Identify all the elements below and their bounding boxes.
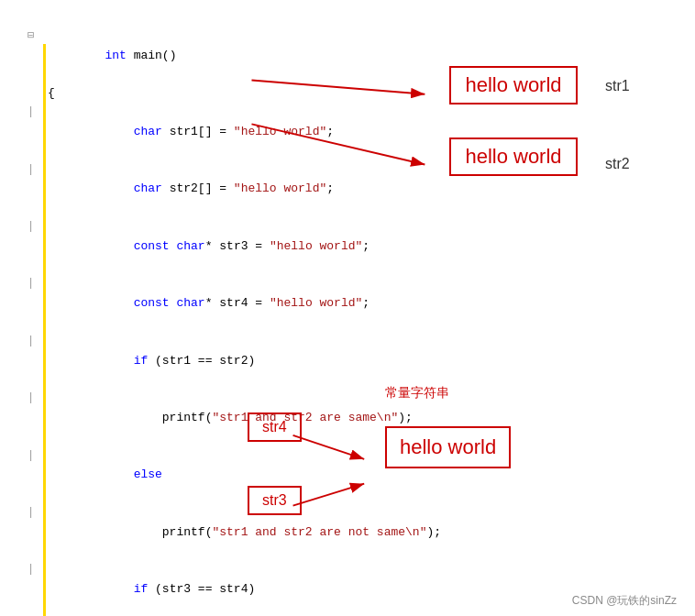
code-line-2: | char str2[] = "hello world"; [28, 161, 422, 218]
bottom-hello-box: hello world [385, 426, 511, 468]
line-minus: ⊟ [28, 28, 44, 45]
str3-label: str3 [248, 486, 302, 515]
str2-hello-box: hello world [449, 138, 578, 176]
line-bar-4: | [28, 275, 44, 292]
str4-label: str4 [248, 412, 302, 442]
svg-line-5 [293, 484, 365, 506]
line-bar-3: | [28, 218, 44, 236]
line-bar-2: | [28, 161, 44, 179]
line-text-4: const char* str4 = "hello world"; [44, 275, 422, 332]
code-line-3: | const char* str3 = "hello world"; [28, 218, 422, 275]
str1-hello-box: hello world [449, 66, 578, 104]
footer: CSDN @玩铁的sinZz [572, 593, 677, 609]
str2-label: str2 [605, 156, 630, 172]
line-bar-5: | [28, 333, 44, 350]
bottom-arrows-svg [28, 367, 667, 587]
line-text-1: char str1[] = "hello world"; [44, 104, 422, 160]
str1-label: str1 [605, 78, 630, 94]
svg-line-4 [293, 435, 365, 459]
line-bar-1: | [28, 104, 44, 121]
code-line-fn: ⊟ int main() [28, 28, 422, 84]
open-brace: { [44, 84, 422, 104]
constant-string-title: 常量字符串 [385, 385, 449, 402]
line-text-3: const char* str3 = "hello world"; [44, 218, 422, 275]
code-line-1: | char str1[] = "hello world"; [28, 104, 422, 160]
bottom-section: 常量字符串 str4 str3 hello world [28, 367, 667, 587]
code-line-4: | const char* str4 = "hello world"; [28, 275, 422, 332]
fn-signature: int main() [44, 28, 422, 84]
top-section: ⊟ int main() { | char str1[] = "hello wo… [28, 28, 667, 367]
line-text-2: char str2[] = "hello world"; [44, 161, 422, 218]
code-line-open: { [28, 84, 422, 104]
